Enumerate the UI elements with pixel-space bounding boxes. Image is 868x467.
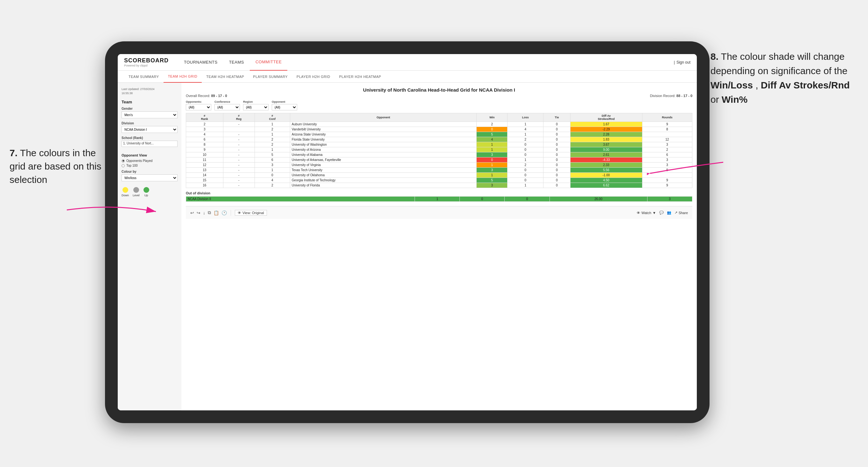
school-value: 1. University of Nort...	[122, 141, 178, 147]
nav-teams[interactable]: TEAMS	[223, 54, 250, 71]
cell-tie: 0	[544, 178, 570, 183]
cell-opponent: University of Arizona	[290, 147, 477, 152]
forward-icon[interactable]: ↓	[203, 210, 205, 215]
timestamp: Last Updated: 27/03/2024 16:55:38	[122, 87, 178, 95]
cell-rounds: 12	[642, 137, 692, 142]
logo-area: SCOREBOARD Powered by clippd	[124, 57, 168, 67]
col-tie: Tie	[544, 113, 570, 122]
division-label: Division	[122, 122, 178, 125]
cell-loss: 1	[507, 183, 544, 188]
clock-icon[interactable]: 🕐	[221, 210, 227, 215]
radio-top100[interactable]: Top 100	[122, 164, 178, 167]
cell-reg: -	[223, 122, 254, 127]
colour-dot-level	[133, 187, 139, 193]
cell-rounds: 3	[642, 162, 692, 168]
cell-tie: 0	[544, 127, 570, 132]
conference-select[interactable]: (All)	[214, 104, 240, 111]
cell-conf: 1	[254, 168, 290, 173]
cell-conf: 2	[254, 183, 290, 188]
paste-icon[interactable]: 📋	[214, 210, 219, 215]
logo-sub: Powered by clippd	[124, 64, 168, 67]
cell-rank: 11	[186, 157, 223, 162]
cell-tie: 0	[544, 132, 570, 137]
nav-tournaments[interactable]: TOURNAMENTS	[178, 54, 223, 71]
col-loss: Loss	[507, 113, 544, 122]
cell-loss: 2	[507, 137, 544, 142]
opponents-select[interactable]: (All)	[186, 104, 211, 111]
annotation-left: 7. The colours in the grid are based on …	[9, 146, 108, 186]
cell-reg	[223, 127, 254, 132]
cell-opponent: University of Virginia	[290, 162, 477, 168]
redo-icon[interactable]: ↪	[197, 210, 200, 215]
ood-label: NCAA Division II	[186, 196, 415, 202]
filter-opponent: Opponent (All)	[272, 100, 297, 111]
cell-rank: 3	[186, 127, 223, 132]
nav-sign-out: | Sign out	[674, 60, 690, 65]
col-rounds: Rounds	[642, 113, 692, 122]
colour-by-select[interactable]: Win/loss	[122, 174, 178, 181]
table-row: 3 2 Vanderbilt University 0 4 0 -2.29 8	[186, 127, 692, 132]
col-conf: #Conf	[254, 113, 290, 122]
share-button[interactable]: ↗ Share	[675, 211, 688, 215]
cell-rounds	[642, 132, 692, 137]
cell-reg: -	[223, 132, 254, 137]
logo-text: SCOREBOARD	[124, 57, 168, 64]
tablet-screen: SCOREBOARD Powered by clippd TOURNAMENTS…	[118, 54, 697, 410]
cell-tie: 0	[544, 168, 570, 173]
cell-win: 5	[477, 132, 507, 137]
cell-win: 3	[477, 183, 507, 188]
sub-nav-team-h2h-grid[interactable]: TEAM H2H GRID	[163, 71, 202, 83]
sub-nav-player-summary[interactable]: PLAYER SUMMARY	[248, 71, 292, 83]
sub-nav-player-h2h-grid[interactable]: PLAYER H2H GRID	[292, 71, 335, 83]
table-row: 13 - 1 Texas Tech University 3 0 0 5.56 …	[186, 168, 692, 173]
cell-rank: 14	[186, 173, 223, 178]
view-icon: 👁	[238, 211, 241, 215]
cell-opponent: Texas Tech University	[290, 168, 477, 173]
cell-conf: 3	[254, 162, 290, 168]
view-original-button[interactable]: 👁 View: Original	[235, 210, 267, 216]
copy-icon[interactable]: ⧉	[208, 210, 211, 215]
nav-items: TOURNAMENTS TEAMS COMMITTEE	[178, 54, 674, 71]
watch-button[interactable]: 👁 Watch ▼	[637, 211, 656, 215]
cell-win: 2	[477, 122, 507, 127]
cell-conf: 1	[254, 147, 290, 152]
sub-nav-team-h2h-heatmap[interactable]: TEAM H2H HEATMAP	[202, 71, 248, 83]
cell-rank: 13	[186, 168, 223, 173]
table-row: 16 - 2 University of Florida 3 1 0 6.62 …	[186, 183, 692, 188]
cell-loss: 0	[507, 142, 544, 147]
right-panel: University of North Carolina Head-to-Hea…	[181, 83, 697, 410]
cell-opponent: Auburn University	[290, 122, 477, 127]
cell-win: 0	[477, 127, 507, 132]
gender-select[interactable]: Men's	[122, 111, 178, 118]
cell-loss: 0	[507, 178, 544, 183]
cell-tie: 0	[544, 152, 570, 157]
cell-rank: 12	[186, 162, 223, 168]
cell-conf: 4	[254, 178, 290, 183]
sub-nav-player-h2h-heatmap[interactable]: PLAYER H2H HEATMAP	[335, 71, 385, 83]
opponent-filter-label: Opponent	[272, 100, 297, 103]
cell-rank: 9	[186, 147, 223, 152]
cell-rank: 16	[186, 183, 223, 188]
cell-loss: 1	[507, 157, 544, 162]
users-button[interactable]: 👥	[667, 211, 671, 215]
comment-button[interactable]: 💬	[659, 211, 664, 215]
team-section-title: Team	[122, 100, 178, 104]
radio-opponents-played[interactable]: Opponents Played	[122, 159, 178, 162]
cell-tie: 0	[544, 142, 570, 147]
cell-diff: -4.33	[570, 157, 642, 162]
division-select[interactable]: NCAA Division I	[122, 126, 178, 133]
cell-rounds: 6	[642, 152, 692, 157]
sign-out-link[interactable]: Sign out	[677, 60, 690, 65]
cell-reg: -	[223, 162, 254, 168]
ood-rounds: 3	[647, 196, 692, 202]
filter-region: Region (All)	[243, 100, 269, 111]
region-select[interactable]: (All)	[243, 104, 269, 111]
cell-diff: 1.83	[570, 137, 642, 142]
out-of-division-header: Out of division	[186, 191, 692, 195]
opponent-select[interactable]: (All)	[272, 104, 297, 111]
undo-icon[interactable]: ↩	[190, 210, 194, 215]
cell-rank: 15	[186, 178, 223, 183]
sub-nav-team-summary[interactable]: TEAM SUMMARY	[124, 71, 163, 83]
filter-conference: Conference (All)	[214, 100, 240, 111]
nav-committee[interactable]: COMMITTEE	[250, 54, 288, 71]
